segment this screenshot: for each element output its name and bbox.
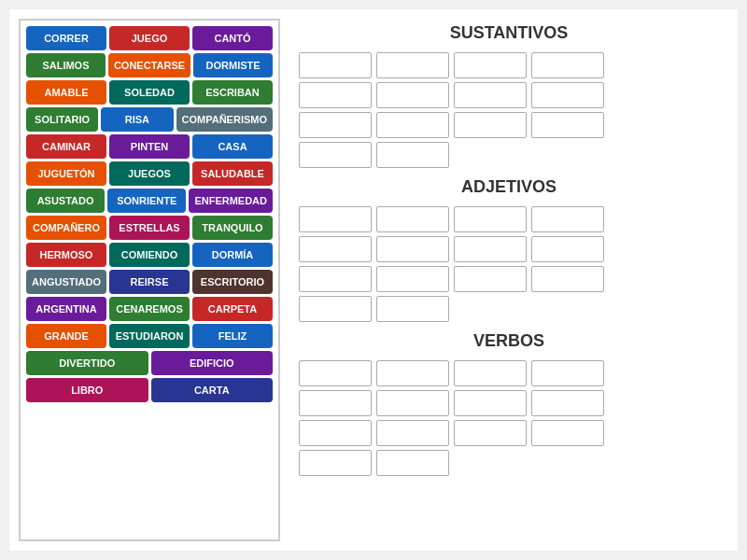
- drop-row-2-1: [299, 390, 719, 416]
- tile-row-5: JUGUETÓNJUEGOSSALUDABLE: [26, 161, 273, 186]
- drop-box-2-0-3[interactable]: [531, 360, 604, 386]
- drop-box-2-0-2[interactable]: [454, 360, 527, 386]
- drop-row-2-2: [299, 420, 719, 446]
- drop-box-1-2-1[interactable]: [376, 266, 449, 292]
- tile-correr[interactable]: CORRER: [26, 26, 106, 50]
- drop-box-2-3-0[interactable]: [299, 450, 372, 476]
- drop-row-0-2: [299, 112, 719, 138]
- tile-dormia[interactable]: DORMÍA: [192, 243, 273, 267]
- tile-enfermedad[interactable]: ENFERMEDAD: [189, 189, 273, 213]
- tile-pinten[interactable]: PINTEN: [109, 134, 190, 159]
- tile-companero[interactable]: COMPAÑERO: [26, 216, 106, 240]
- drop-box-1-0-0[interactable]: [299, 206, 372, 232]
- drop-box-1-0-3[interactable]: [531, 206, 604, 232]
- drop-box-0-1-0[interactable]: [299, 82, 372, 108]
- drop-box-1-0-1[interactable]: [376, 206, 449, 232]
- tile-hermoso[interactable]: HERMOSO: [26, 243, 106, 267]
- tile-estudiaron[interactable]: ESTUDIARON: [109, 324, 190, 348]
- drop-box-1-2-3[interactable]: [531, 266, 604, 292]
- tile-saludable[interactable]: SALUDABLE: [192, 161, 273, 186]
- drop-box-0-3-1[interactable]: [376, 142, 449, 168]
- tile-juego[interactable]: JUEGO: [109, 26, 190, 50]
- tile-argentina[interactable]: ARGENTINA: [26, 297, 106, 321]
- tile-solitario[interactable]: SOLITARIO: [26, 107, 98, 132]
- tile-escriban[interactable]: ESCRIBAN: [192, 80, 273, 105]
- drop-box-0-0-2[interactable]: [454, 52, 527, 78]
- category-section-0: SUSTANTIVOS: [299, 23, 719, 168]
- drop-box-2-2-3[interactable]: [531, 420, 604, 446]
- drop-row-1-0: [299, 206, 719, 232]
- drop-box-0-2-0[interactable]: [299, 112, 372, 138]
- drop-box-0-0-0[interactable]: [299, 52, 372, 78]
- drop-box-1-2-0[interactable]: [299, 266, 372, 292]
- drop-box-1-3-1[interactable]: [376, 296, 449, 322]
- tile-cenaremos[interactable]: CENAREMOS: [109, 297, 190, 321]
- tile-dormiste[interactable]: DORMISTE: [193, 53, 273, 77]
- tile-companerismo[interactable]: COMPAÑERISMO: [176, 107, 273, 132]
- tile-libro[interactable]: LIBRO: [26, 378, 148, 402]
- drop-box-2-2-0[interactable]: [299, 420, 372, 446]
- tile-salimos[interactable]: SALIMOS: [26, 53, 106, 77]
- drop-box-1-1-0[interactable]: [299, 236, 372, 262]
- tile-angustiado[interactable]: ANGUSTIADO: [26, 270, 106, 294]
- drop-box-1-2-2[interactable]: [454, 266, 527, 292]
- drop-box-0-1-1[interactable]: [376, 82, 449, 108]
- tile-row-4: CAMINARPINTENCASA: [26, 134, 273, 159]
- drop-box-1-1-1[interactable]: [376, 236, 449, 262]
- tile-juegos[interactable]: JUEGOS: [109, 161, 190, 186]
- drop-box-2-0-1[interactable]: [376, 360, 449, 386]
- tile-risa[interactable]: RISA: [101, 107, 173, 132]
- drop-box-2-1-3[interactable]: [531, 390, 604, 416]
- tile-casa[interactable]: CASA: [192, 134, 273, 159]
- right-panel: SUSTANTIVOSADJETIVOSVERBOS: [289, 19, 728, 541]
- drop-row-0-3: [299, 142, 719, 168]
- tile-grande[interactable]: GRANDE: [26, 324, 106, 348]
- tile-carpeta[interactable]: CARPETA: [192, 297, 273, 321]
- drop-box-1-0-2[interactable]: [454, 206, 527, 232]
- tile-tranquilo[interactable]: TRANQUILO: [192, 216, 273, 240]
- drop-box-2-1-1[interactable]: [376, 390, 449, 416]
- tile-comiendo[interactable]: COMIENDO: [109, 243, 190, 267]
- drop-box-2-1-2[interactable]: [454, 390, 527, 416]
- drop-row-0-0: [299, 52, 719, 78]
- drop-box-1-1-2[interactable]: [454, 236, 527, 262]
- drop-box-2-2-2[interactable]: [454, 420, 527, 446]
- drop-box-0-1-3[interactable]: [531, 82, 604, 108]
- tile-amable[interactable]: AMABLE: [26, 80, 106, 105]
- drop-row-2-3: [299, 450, 719, 476]
- tile-soledad[interactable]: SOLEDAD: [109, 80, 190, 105]
- tile-escritorio[interactable]: ESCRITORIO: [192, 270, 273, 294]
- drop-row-2-0: [299, 360, 719, 386]
- drop-box-1-3-0[interactable]: [299, 296, 372, 322]
- main-container: CORRERJUEGOCANTÓSALIMOSCONECTARSEDORMIST…: [9, 9, 738, 551]
- drop-box-2-3-1[interactable]: [376, 450, 449, 476]
- drop-box-0-2-2[interactable]: [454, 112, 527, 138]
- tile-estrellas[interactable]: ESTRELLAS: [109, 216, 190, 240]
- tile-reirse[interactable]: REIRSE: [109, 270, 190, 294]
- drop-box-1-1-3[interactable]: [531, 236, 604, 262]
- tile-row-8: HERMOSOCOMIENDODORMÍA: [26, 243, 273, 267]
- drop-box-0-3-0[interactable]: [299, 142, 372, 168]
- tile-canto[interactable]: CANTÓ: [192, 26, 273, 50]
- tile-sonriente[interactable]: SONRIENTE: [107, 189, 186, 213]
- drop-box-0-2-3[interactable]: [531, 112, 604, 138]
- tile-conectarse[interactable]: CONECTARSE: [108, 53, 190, 77]
- tile-divertido[interactable]: DIVERTIDO: [26, 351, 148, 375]
- tile-caminar[interactable]: CAMINAR: [26, 134, 106, 159]
- drop-box-2-2-1[interactable]: [376, 420, 449, 446]
- tile-asustado[interactable]: ASUSTADO: [26, 189, 105, 213]
- tile-jugueton[interactable]: JUGUETÓN: [26, 161, 106, 186]
- drop-box-2-0-0[interactable]: [299, 360, 372, 386]
- category-title-2: VERBOS: [299, 331, 719, 351]
- drop-box-0-0-3[interactable]: [531, 52, 604, 78]
- tile-row-2: AMABLESOLEDADESCRIBAN: [26, 80, 273, 105]
- tile-carta[interactable]: CARTA: [151, 378, 274, 402]
- tile-feliz[interactable]: FELIZ: [192, 324, 273, 348]
- drop-box-0-0-1[interactable]: [376, 52, 449, 78]
- drop-box-2-1-0[interactable]: [299, 390, 372, 416]
- drop-box-0-1-2[interactable]: [454, 82, 527, 108]
- drop-box-0-2-1[interactable]: [376, 112, 449, 138]
- tile-edificio[interactable]: EDIFICIO: [151, 351, 274, 375]
- tile-row-6: ASUSTADOSONRIENTEENFERMEDAD: [26, 189, 273, 213]
- tile-row-7: COMPAÑEROESTRELLASTRANQUILO: [26, 216, 273, 240]
